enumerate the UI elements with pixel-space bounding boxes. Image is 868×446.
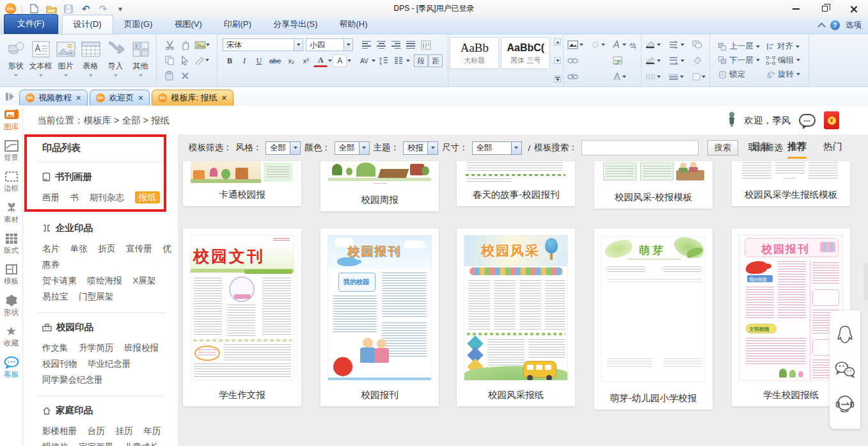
panel-link[interactable]: 台历 <box>88 426 105 436</box>
panel-link[interactable]: 门型展架 <box>79 292 113 301</box>
panel-link[interactable]: 校园刊物 <box>42 359 77 369</box>
style-filter-dropdown[interactable]: 全部 <box>265 141 301 155</box>
close-button[interactable] <box>839 0 868 17</box>
panel-link[interactable]: 影楼相册 <box>42 426 77 436</box>
dropdown-icon[interactable] <box>347 60 351 62</box>
panel-link[interactable]: 同学聚会纪念册 <box>42 375 103 385</box>
spacing-button[interactable]: 距 <box>429 54 443 67</box>
menu-tab-share-export[interactable]: 分享导出(S) <box>262 15 328 34</box>
font-color-button[interactable]: A <box>313 54 327 67</box>
clear-format-brush-button[interactable] <box>691 54 707 67</box>
tab-close-icon[interactable]: ✕ <box>221 94 227 102</box>
template-card-campus-style-paper[interactable]: 校园风采 校园 <box>457 228 575 406</box>
shape-style-button[interactable] <box>691 70 707 83</box>
line-spacing-button[interactable] <box>376 54 391 67</box>
dropdown-icon[interactable] <box>114 74 118 77</box>
dropdown-icon[interactable] <box>14 74 18 77</box>
remove-link-icon[interactable] <box>566 70 585 83</box>
options-button[interactable]: 选项 <box>846 20 862 31</box>
font-name-combobox[interactable]: 宋体 <box>223 38 303 51</box>
subscript-button[interactable]: x₂ <box>284 54 298 67</box>
sort-tab-newest[interactable]: 最新 <box>752 141 771 159</box>
arrow-style-button[interactable] <box>667 38 686 51</box>
help-icon[interactable]: ? <box>830 20 840 30</box>
highlight-color-button[interactable]: A <box>333 54 347 67</box>
template-card-spring-story[interactable]: 春天的故事-校园报刊 <box>457 161 575 206</box>
insert-textbox-button[interactable]: 文本框 <box>28 37 53 84</box>
align-right-button[interactable] <box>389 38 403 51</box>
panel-link[interactable]: 升学简历 <box>79 343 113 353</box>
minimize-button[interactable] <box>782 0 810 17</box>
sidebar-item-border[interactable]: 边框 <box>4 171 19 193</box>
template-card-campus-style-student[interactable]: 校园风采学生报纸模板 <box>732 161 850 206</box>
collapse-ribbon-icon[interactable] <box>817 22 826 31</box>
template-card-school-weekly[interactable]: 校园周报 <box>320 161 439 211</box>
panel-expander-icon[interactable] <box>0 87 19 106</box>
effects-gear-button[interactable] <box>590 38 606 51</box>
line-weight-button[interactable] <box>667 54 686 67</box>
panel-link[interactable]: 挂历 <box>116 426 133 436</box>
insert-table-button[interactable]: 表格 <box>78 37 103 84</box>
pan-hand-icon[interactable] <box>177 38 193 51</box>
panel-link[interactable]: 画册 <box>42 193 59 202</box>
shape-combine-button[interactable] <box>691 38 707 51</box>
dropdown-icon[interactable] <box>139 74 143 77</box>
hyperlink-icon[interactable] <box>566 54 585 67</box>
other-insert-button[interactable]: 5 其他 <box>128 37 153 84</box>
import-button[interactable]: 导入 <box>103 37 128 84</box>
dropdown-icon[interactable] <box>89 74 93 77</box>
align-objects-button[interactable]: 对齐 <box>766 41 800 52</box>
group-objects-button[interactable]: 编组 <box>766 55 800 66</box>
tab-close-icon[interactable]: ✕ <box>75 94 81 102</box>
size-filter-dropdown[interactable]: 全部 <box>472 141 522 155</box>
align-left-button[interactable] <box>359 38 374 51</box>
sidebar-item-favorites[interactable]: ★ 收藏 <box>4 326 19 348</box>
replace-image-icon[interactable] <box>193 38 212 51</box>
sidebar-item-background[interactable]: 背景 <box>4 140 19 163</box>
color-filter-dropdown[interactable]: 全部 <box>335 141 370 155</box>
dropdown-icon[interactable] <box>372 60 375 62</box>
combo-arrow-icon[interactable] <box>294 39 303 51</box>
format-brush-icon[interactable] <box>193 54 212 67</box>
panel-link[interactable]: 喷绘海报 <box>88 276 122 285</box>
doc-tab-template-library[interactable]: DPS 模板库: 报纸 ✕ <box>152 90 233 106</box>
text-style-heiti[interactable]: AaBbC( 黑体 三号 <box>501 37 550 69</box>
superscript-button[interactable]: x² <box>299 54 313 67</box>
text-style-heading[interactable]: AaBb 大标题 <box>450 37 499 69</box>
template-card-cartoon-school-paper[interactable]: 卡通校园报 <box>183 161 301 206</box>
panel-link[interactable]: 毕业纪念册 <box>88 359 131 369</box>
font-size-combobox[interactable]: 小四 <box>306 38 353 51</box>
menu-tab-view[interactable]: 视图(V) <box>163 15 212 34</box>
fill-color-button[interactable] <box>644 38 662 51</box>
insert-image-button[interactable]: 图片 <box>53 37 78 84</box>
panel-link[interactable]: 期刊杂志 <box>90 193 124 202</box>
panel-link[interactable]: 明信片 <box>42 442 68 446</box>
gallery-scroll-down-icon[interactable] <box>554 57 561 64</box>
insert-shape-button[interactable]: 形状 <box>3 37 28 84</box>
bold-button[interactable]: B <box>223 54 237 67</box>
vertical-scrollbar[interactable] <box>864 262 868 301</box>
feedback-chat-icon[interactable]: ••• <box>799 114 816 127</box>
thick-line-button[interactable] <box>667 70 686 83</box>
sidebar-item-support[interactable]: 客服 <box>4 356 19 379</box>
panel-link[interactable]: 折页 <box>99 244 116 253</box>
template-card-campus-journal[interactable]: 校园报刊 我的校园 校园报刊 <box>320 228 439 406</box>
panel-link[interactable]: 贺卡请柬 <box>42 276 77 285</box>
wechat-icon[interactable] <box>834 361 856 379</box>
menu-tab-file[interactable]: 文件(F) <box>4 14 58 34</box>
picture-frame-button[interactable] <box>566 38 585 51</box>
template-search-input[interactable] <box>581 140 698 155</box>
sidebar-item-gallery[interactable]: 图库 <box>4 108 19 132</box>
sort-tab-recommended[interactable]: 推荐 <box>787 141 807 159</box>
dropdown-icon[interactable] <box>39 74 43 77</box>
panel-link[interactable]: 宣传册 <box>126 244 152 253</box>
lock-button[interactable]: 锁定 <box>718 69 760 80</box>
dropdown-icon[interactable] <box>328 60 332 62</box>
wordart-button[interactable]: Ab <box>612 38 638 51</box>
theme-filter-dropdown[interactable]: 校报 <box>403 141 438 155</box>
panel-link[interactable]: 年历 <box>143 426 161 436</box>
cut-icon[interactable] <box>162 38 177 51</box>
paragraph-button[interactable]: 段 <box>414 54 428 67</box>
dotted-style-button[interactable] <box>644 70 662 83</box>
gallery-scroll-up-icon[interactable] <box>554 38 561 45</box>
